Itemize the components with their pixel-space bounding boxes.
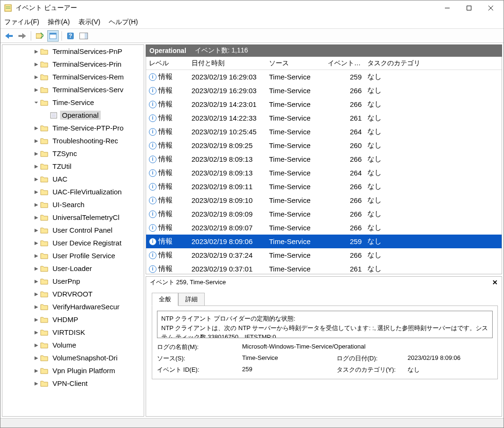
tree-item[interactable]: ▶TerminalServices-PnP: [2, 45, 144, 58]
cell-level: i情報: [146, 114, 189, 122]
table-row[interactable]: i情報2023/02/19 0:37:24Time-Service266なし: [146, 248, 502, 262]
table-row[interactable]: i情報2023/02/19 8:09:13Time-Service264なし: [146, 166, 502, 180]
tree-item[interactable]: ▶Time-Service-PTP-Pro: [2, 122, 144, 134]
menu-action[interactable]: 操作(A): [48, 18, 70, 26]
table-row[interactable]: i情報2023/02/19 8:09:25Time-Service260なし: [146, 139, 502, 152]
table-row[interactable]: i情報2023/02/19 8:09:10Time-Service266なし: [146, 193, 502, 207]
column-level[interactable]: レベル: [146, 59, 189, 68]
table-row[interactable]: i情報2023/02/19 16:29:03Time-Service259なし: [146, 70, 502, 84]
table-row[interactable]: i情報2023/02/19 14:22:33Time-Service261なし: [146, 111, 502, 125]
menu-file[interactable]: ファイル(F): [4, 18, 39, 26]
forward-button[interactable]: [17, 30, 28, 42]
show-hide-console-tree-button[interactable]: [34, 30, 45, 42]
cell-date: 2023/02/19 8:09:07: [189, 224, 266, 232]
tree-expander-icon[interactable]: ▶: [33, 164, 40, 169]
tree-item[interactable]: ▶VolumeSnapshot-Dri: [2, 351, 144, 364]
tree-item[interactable]: ▶VerifyHardwareSecur: [2, 300, 144, 313]
tree-expander-icon[interactable]: ▶: [33, 61, 40, 67]
properties-button[interactable]: [47, 30, 59, 42]
menu-help[interactable]: ヘルプ(H): [109, 18, 138, 26]
table-row[interactable]: i情報2023/02/19 14:23:01Time-Service266なし: [146, 97, 502, 111]
tree-expander-icon[interactable]: ▶: [33, 330, 40, 335]
tree-expander-icon[interactable]: ▶: [33, 304, 40, 309]
tree-expander-icon[interactable]: ▶: [33, 253, 40, 258]
tree-expander-icon[interactable]: ▶: [33, 189, 40, 194]
tree-item[interactable]: Operational: [2, 109, 144, 122]
table-row[interactable]: i情報2023/02/19 8:09:13Time-Service266なし: [146, 152, 502, 166]
tree-item[interactable]: ▶Troubleshooting-Rec: [2, 134, 144, 147]
pane-title: Operational: [149, 47, 186, 54]
tree-item[interactable]: ▶User-Loader: [2, 262, 144, 275]
tree-item[interactable]: ▶UserPnp: [2, 275, 144, 288]
action-pane-button[interactable]: [78, 30, 89, 42]
tree-item[interactable]: ▶Volume: [2, 339, 144, 351]
back-button[interactable]: [3, 30, 15, 42]
tree-pane[interactable]: ▶TerminalServices-PnP▶TerminalServices-P…: [2, 44, 144, 417]
detail-close-button[interactable]: ✕: [492, 279, 498, 286]
column-eventid[interactable]: イベント ID: [325, 59, 365, 68]
tree-item[interactable]: ▶UAC: [2, 173, 144, 185]
tree-item[interactable]: ▶UAC-FileVirtualization: [2, 185, 144, 198]
tree-expander-icon[interactable]: ▶: [33, 317, 40, 322]
tree-item[interactable]: ▶UI-Search: [2, 198, 144, 211]
tree-expander-icon[interactable]: ▶: [33, 381, 40, 386]
tree-expander-icon[interactable]: ▶: [33, 215, 40, 220]
tab-detail[interactable]: 詳細: [178, 293, 205, 306]
events-table[interactable]: レベル 日付と時刻 ソース イベント ID タスクのカテゴリ i情報2023/0…: [146, 57, 502, 274]
tree-expander-icon[interactable]: ▶: [33, 355, 40, 360]
tree-item-label: VPN-Client: [51, 379, 89, 388]
table-row[interactable]: i情報2023/02/19 8:09:09Time-Service266なし: [146, 207, 502, 221]
table-row[interactable]: i情報2023/02/19 16:29:03Time-Service266なし: [146, 84, 502, 97]
minimize-button[interactable]: [436, 1, 458, 15]
tree-expander-icon[interactable]: ▶: [33, 49, 40, 54]
tree-item[interactable]: ▶TZUtil: [2, 160, 144, 173]
column-task-category[interactable]: タスクのカテゴリ: [365, 59, 440, 68]
tree-expander-icon[interactable]: ▶: [33, 342, 40, 348]
tree-item[interactable]: ▶User Control Panel: [2, 224, 144, 236]
tree-expander-icon[interactable]: ▶: [33, 202, 40, 207]
column-source[interactable]: ソース: [266, 59, 325, 68]
tree-expander-icon[interactable]: ▶: [33, 279, 40, 284]
tree-item[interactable]: ▶User Profile Service: [2, 249, 144, 262]
table-row[interactable]: i情報2023/02/19 8:09:07Time-Service266なし: [146, 221, 502, 235]
tree-item[interactable]: ▶TerminalServices-Prin: [2, 58, 144, 70]
tree-item-label: VHDMP: [51, 315, 80, 324]
tree-expander-icon[interactable]: ▶: [33, 151, 40, 156]
tree-expander-icon[interactable]: ▶: [33, 125, 40, 131]
tab-general[interactable]: 全般: [152, 293, 178, 306]
tree-expander-icon[interactable]: ▶: [33, 291, 40, 297]
tree-item[interactable]: ⏷Time-Service: [2, 96, 144, 109]
tree-expander-icon[interactable]: ▶: [33, 138, 40, 143]
tree-item[interactable]: ▶TerminalServices-Serv: [2, 83, 144, 96]
toolbar: ?: [0, 29, 504, 43]
table-row[interactable]: i情報2023/02/19 0:37:01Time-Service261なし: [146, 262, 502, 274]
tree-expander-icon[interactable]: ▶: [33, 368, 40, 373]
help-button[interactable]: ?: [65, 30, 76, 42]
tree-item[interactable]: ▶TerminalServices-Rem: [2, 70, 144, 83]
tree-expander-icon[interactable]: ⏷: [33, 100, 40, 105]
cell-source: Time-Service: [266, 169, 325, 177]
close-button[interactable]: [480, 1, 502, 15]
menu-view[interactable]: 表示(V): [78, 18, 101, 26]
tree-item[interactable]: ▶Vpn Plugin Platform: [2, 364, 144, 377]
table-row[interactable]: i情報2023/02/19 10:25:45Time-Service264なし: [146, 125, 502, 139]
tree-item[interactable]: ▶VIRTDISK: [2, 326, 144, 339]
tree-item[interactable]: ▶User Device Registrat: [2, 236, 144, 249]
tree-item-label: TerminalServices-Prin: [51, 60, 123, 69]
tree-item[interactable]: ▶VDRVROOT: [2, 288, 144, 300]
tree-expander-icon[interactable]: ▶: [33, 266, 40, 271]
tree-expander-icon[interactable]: ▶: [33, 176, 40, 182]
tree-expander-icon[interactable]: ▶: [33, 87, 40, 92]
tree-item[interactable]: ▶UniversalTelemetryCl: [2, 211, 144, 224]
column-date[interactable]: 日付と時刻: [189, 59, 266, 68]
tree-expander-icon[interactable]: ▶: [33, 227, 40, 233]
cell-source: Time-Service: [266, 128, 325, 136]
table-row[interactable]: i情報2023/02/19 8:09:06Time-Service259なし: [146, 235, 502, 248]
tree-item[interactable]: ▶VHDMP: [2, 313, 144, 326]
maximize-button[interactable]: [458, 1, 480, 15]
tree-expander-icon[interactable]: ▶: [33, 240, 40, 245]
table-row[interactable]: i情報2023/02/19 8:09:11Time-Service266なし: [146, 180, 502, 193]
tree-item[interactable]: ▶VPN-Client: [2, 377, 144, 390]
tree-item[interactable]: ▶TZSync: [2, 147, 144, 160]
tree-expander-icon[interactable]: ▶: [33, 74, 40, 79]
